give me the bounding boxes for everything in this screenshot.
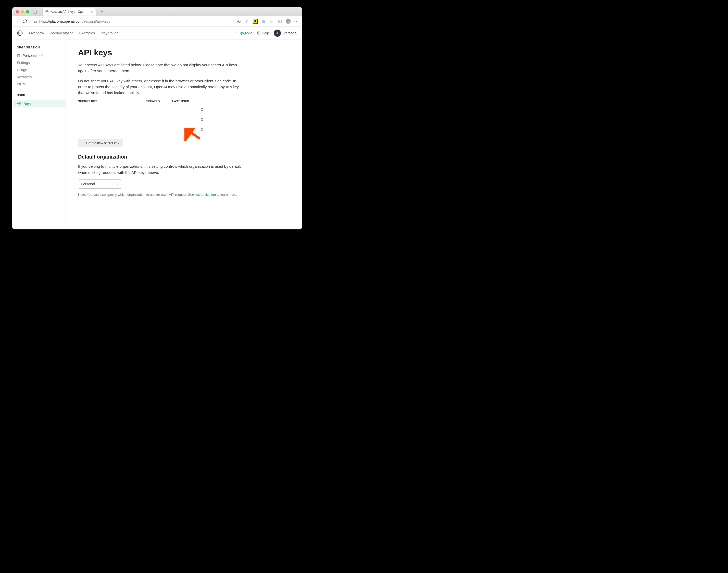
- delete-key-button[interactable]: [200, 108, 204, 112]
- bolt-icon: [234, 32, 238, 35]
- browser-toolbar: https://platform.openai.com/account/api-…: [12, 16, 302, 27]
- help-icon: [257, 31, 261, 35]
- sidebar-item-settings[interactable]: Settings: [12, 59, 65, 66]
- sidebar-item-billing[interactable]: Billing: [12, 81, 65, 88]
- create-btn-label: Create new secret key: [86, 141, 119, 145]
- lock-icon: [34, 20, 37, 23]
- main-content: API keys Your secret API keys are listed…: [66, 40, 302, 229]
- titlebar: Account API Keys - OpenAI AP × +: [12, 7, 302, 16]
- svg-point-0: [46, 10, 48, 13]
- browser-tab[interactable]: Account API Keys - OpenAI AP ×: [42, 8, 96, 15]
- svg-rect-3: [278, 20, 280, 23]
- favorite-icon[interactable]: [245, 19, 249, 24]
- authentication-link[interactable]: Authentication: [195, 193, 215, 197]
- window-close-button[interactable]: [16, 10, 19, 13]
- select-value: Personal: [81, 182, 95, 186]
- svg-rect-7: [17, 54, 20, 57]
- app-header: Overview Documentation Examples Playgrou…: [12, 27, 302, 40]
- sidebar-org-heading: ORGANIZATION: [12, 46, 65, 52]
- table-row: [78, 125, 208, 135]
- more-menu-icon[interactable]: ···: [294, 19, 299, 24]
- default-org-text: If you belong to multiple organizations,…: [78, 163, 241, 175]
- user-avatar: J: [274, 30, 281, 37]
- api-keys-table: SECRET KEY CREATED LAST USED: [78, 100, 208, 135]
- url-text: https://platform.openai.com/account/api-…: [39, 19, 110, 23]
- traffic-lights: [16, 10, 29, 13]
- reload-icon: [23, 19, 27, 23]
- back-button[interactable]: [15, 19, 20, 24]
- openai-logo-icon[interactable]: [17, 30, 23, 36]
- tab-close-icon[interactable]: ×: [91, 10, 93, 14]
- help-label: Help: [262, 31, 269, 35]
- sidebar: ORGANIZATION Personal i Settings Usage M…: [12, 40, 66, 229]
- chevron-down-icon: [116, 183, 119, 186]
- help-link[interactable]: Help: [257, 31, 269, 35]
- sidebar-item-personal[interactable]: Personal i: [12, 52, 65, 59]
- app-body: ORGANIZATION Personal i Settings Usage M…: [12, 40, 302, 229]
- tab-title: Account API Keys - OpenAI AP: [51, 10, 89, 13]
- col-secret-key: SECRET KEY: [78, 100, 146, 103]
- new-tab-button[interactable]: +: [100, 9, 103, 14]
- trash-icon: [200, 127, 204, 131]
- profile-avatar-icon[interactable]: [286, 19, 291, 24]
- table-row: [78, 115, 208, 125]
- extension-globe-icon[interactable]: [261, 19, 266, 24]
- reload-button[interactable]: [23, 19, 27, 23]
- note-prefix: Note: You can also specify which organiz…: [78, 193, 195, 197]
- note-suffix: to learn more.: [216, 193, 237, 197]
- delete-key-button[interactable]: [200, 127, 204, 132]
- sidebar-item-usage[interactable]: Usage: [12, 66, 65, 73]
- table-row: [78, 105, 208, 115]
- col-last-used: LAST USED: [172, 100, 200, 103]
- col-created: CREATED: [146, 100, 172, 103]
- delete-key-button[interactable]: [200, 117, 204, 122]
- info-icon[interactable]: i: [40, 54, 43, 57]
- nav-links: Overview Documentation Examples Playgrou…: [29, 31, 118, 35]
- table-header: SECRET KEY CREATED LAST USED: [78, 100, 208, 105]
- trash-icon: [200, 108, 204, 111]
- plus-icon: [82, 142, 85, 145]
- intro-paragraph-2: Do not share your API key with others, o…: [78, 78, 241, 96]
- window-maximize-button[interactable]: [26, 10, 29, 13]
- extension-r-icon[interactable]: R: [253, 19, 258, 24]
- building-icon: [17, 54, 20, 57]
- svg-rect-1: [35, 21, 37, 22]
- toolbar-right: AA R ···: [237, 19, 299, 24]
- default-org-heading: Default organization: [78, 154, 290, 160]
- sidebar-personal-label: Personal: [22, 54, 37, 58]
- upgrade-label: Upgrade: [239, 31, 252, 35]
- window-minimize-button[interactable]: [21, 10, 24, 13]
- upgrade-link[interactable]: Upgrade: [234, 31, 252, 35]
- intro-paragraph-1: Your secret API keys are listed below. P…: [78, 62, 241, 74]
- user-label: Personal: [283, 31, 297, 35]
- text-size-icon[interactable]: AA: [237, 19, 241, 24]
- nav-documentation[interactable]: Documentation: [49, 31, 74, 35]
- sidebar-item-api-keys[interactable]: API Keys: [12, 100, 65, 107]
- nav-examples[interactable]: Examples: [79, 31, 95, 35]
- collections-icon[interactable]: [278, 19, 282, 24]
- browser-window: Account API Keys - OpenAI AP × + https:/…: [12, 7, 302, 229]
- default-org-select[interactable]: Personal: [78, 179, 122, 189]
- arrow-left-icon: [15, 19, 20, 24]
- org-note: Note: You can also specify which organiz…: [78, 193, 290, 197]
- user-menu[interactable]: J Personal: [274, 30, 297, 37]
- create-secret-key-button[interactable]: Create new secret key: [78, 139, 123, 147]
- openai-favicon-icon: [45, 10, 49, 13]
- nav-playground[interactable]: Playground: [100, 31, 118, 35]
- sidebar-user-heading: USER: [12, 94, 65, 100]
- svg-rect-4: [280, 20, 281, 23]
- page-title: API keys: [78, 48, 290, 57]
- trash-icon: [200, 117, 204, 121]
- sidebar-item-members[interactable]: Members: [12, 73, 65, 81]
- address-bar[interactable]: https://platform.openai.com/account/api-…: [30, 17, 234, 25]
- nav-overview[interactable]: Overview: [29, 31, 44, 35]
- extension-puzzle-icon[interactable]: [270, 19, 274, 24]
- tabs-overview-icon[interactable]: [33, 10, 37, 13]
- header-right: Upgrade Help J Personal: [234, 30, 297, 37]
- svg-point-5: [17, 31, 22, 36]
